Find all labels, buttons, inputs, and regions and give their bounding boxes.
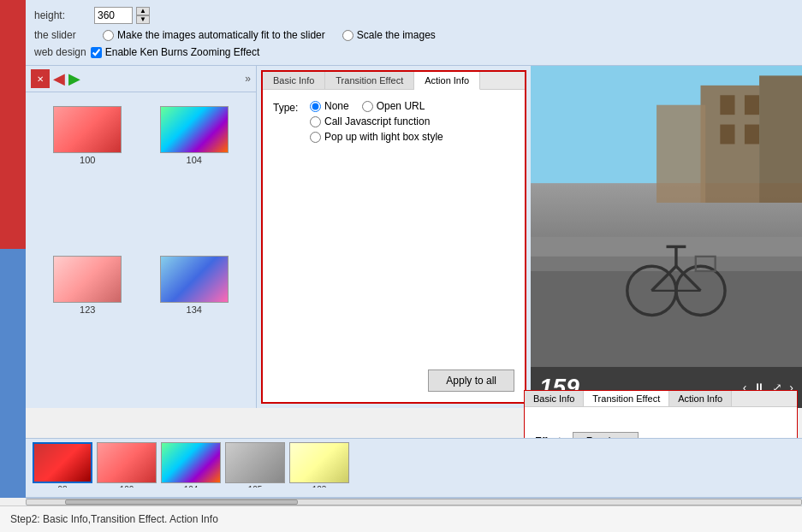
thumb-label-100: 100 — [80, 155, 95, 165]
status-text: Step2: Basic Info,Transition Effect. Act… — [10, 513, 218, 525]
strip-img-104 — [161, 442, 221, 483]
strip-thumb-123[interactable]: 123 — [289, 442, 349, 494]
preview-panel: 159 ‹ ⏸ ⤢ › — [531, 66, 802, 408]
apply-to-all-button[interactable]: Apply to all — [428, 369, 514, 392]
outer-container: height: ▲ ▼ the slider Make the images a… — [0, 0, 802, 532]
thumb-img-123 — [53, 256, 122, 303]
ken-burns-row: web design Enable Ken Burns Zooming Effe… — [34, 46, 793, 58]
thumbnail-grid: 100 104 123 134 — [26, 92, 256, 408]
fit-scale-row: the slider Make the images automatically… — [34, 29, 793, 41]
open-url-radio[interactable] — [362, 101, 373, 112]
thumb-img-100 — [53, 106, 122, 153]
bottom-tab-basic-info[interactable]: Basic Info — [525, 391, 584, 406]
none-radio[interactable] — [310, 101, 321, 112]
action-info-tab-content: Type: None Open URL — [263, 90, 525, 402]
bottom-tab-bar: Basic Info Transition Effect Action Info — [525, 391, 797, 407]
tab-bar: Basic Info Transition Effect Action Info — [263, 72, 525, 90]
svg-rect-7 — [759, 75, 802, 203]
bottom-tab-action-info[interactable]: Action Info — [669, 391, 732, 406]
strip-img-123 — [289, 442, 349, 483]
radio-row-1: None Open URL — [310, 100, 443, 112]
fit-label: the slider — [34, 29, 86, 41]
preview-svg — [531, 66, 802, 408]
thumb-cell-104[interactable]: 104 — [141, 101, 248, 251]
popup-option[interactable]: Pop up with light box style — [310, 131, 443, 143]
fit-radio-text: Make the images automatically fit to the… — [117, 29, 325, 41]
svg-rect-6 — [656, 105, 705, 203]
popup-radio[interactable] — [310, 132, 321, 143]
thumb-label-134: 134 — [187, 304, 202, 315]
ken-burns-checkbox[interactable] — [91, 47, 102, 58]
spin-up-btn[interactable]: ▲ — [136, 7, 150, 15]
height-input[interactable] — [94, 7, 133, 24]
scrollbar-thumb[interactable] — [65, 499, 298, 505]
action-info-panel: Basic Info Transition Effect Action Info… — [261, 70, 526, 404]
left-strip — [0, 0, 26, 498]
strip-img-100 — [97, 442, 157, 483]
double-arrow-icon[interactable]: » — [245, 73, 251, 85]
svg-rect-5 — [745, 125, 759, 145]
call-js-radio[interactable] — [310, 116, 321, 127]
none-label: None — [324, 100, 349, 112]
tab-action-info[interactable]: Action Info — [414, 72, 480, 90]
prev-arrow-icon[interactable]: ◀ — [53, 69, 65, 88]
spin-buttons: ▲ ▼ — [136, 7, 150, 24]
scrollbar-track[interactable] — [26, 499, 802, 505]
svg-rect-4 — [720, 125, 734, 145]
spin-down-btn[interactable]: ▼ — [136, 15, 150, 24]
type-row: Type: None Open URL — [273, 100, 514, 143]
web-design-label: web design — [34, 46, 86, 58]
svg-rect-2 — [720, 95, 734, 115]
status-bar: Step2: Basic Info,Transition Effect. Act… — [0, 505, 802, 532]
height-row: height: ▲ ▼ — [34, 7, 793, 24]
bottom-tab-transition-effect[interactable]: Transition Effect — [584, 391, 669, 406]
scale-radio-text: Scale the images — [357, 29, 436, 41]
thumb-cell-134[interactable]: 134 — [141, 251, 248, 400]
next-arrow-icon[interactable]: ▶ — [68, 69, 80, 88]
ken-burns-text: Enable Ken Burns Zooming Effect — [105, 46, 260, 58]
strip-img-98 — [33, 442, 92, 483]
apply-btn-container: Apply to all — [273, 361, 514, 392]
scrollbar-area — [26, 488, 802, 498]
toolbar: ✕ ◀ ▶ » — [26, 66, 256, 92]
thumb-cell-100[interactable]: 100 — [34, 101, 141, 251]
scale-radio-label[interactable]: Scale the images — [342, 29, 436, 41]
call-js-label: Call Javascript function — [324, 115, 430, 127]
main-area: ✕ ◀ ▶ » 100 104 123 — [26, 66, 802, 408]
delete-icon[interactable]: ✕ — [31, 69, 50, 88]
thumb-label-123: 123 — [80, 304, 95, 315]
fit-radio[interactable] — [103, 30, 114, 41]
ken-burns-label[interactable]: Enable Ken Burns Zooming Effect — [91, 46, 260, 58]
left-panel: ✕ ◀ ▶ » 100 104 123 — [26, 66, 257, 408]
strip-thumb-105[interactable]: 105 — [225, 442, 285, 494]
thumb-img-134 — [160, 256, 229, 303]
scale-radio[interactable] — [342, 30, 353, 41]
tab-transition-effect[interactable]: Transition Effect — [325, 72, 414, 89]
thumb-cell-123[interactable]: 123 — [34, 251, 141, 400]
call-js-option[interactable]: Call Javascript function — [310, 115, 443, 127]
none-option[interactable]: None — [310, 100, 349, 112]
strip-thumb-98[interactable]: 98 — [33, 442, 92, 494]
strip-thumb-100[interactable]: 100 — [97, 442, 157, 494]
open-url-option[interactable]: Open URL — [362, 100, 425, 112]
thumb-img-104 — [160, 106, 229, 153]
thumb-label-104: 104 — [187, 155, 202, 165]
fit-radio-label[interactable]: Make the images automatically fit to the… — [103, 29, 325, 41]
height-label: height: — [34, 9, 86, 21]
svg-rect-3 — [745, 95, 759, 115]
strip-thumb-104[interactable]: 104 — [161, 442, 221, 494]
tab-basic-info[interactable]: Basic Info — [263, 72, 325, 89]
height-control: ▲ ▼ — [94, 7, 150, 24]
radio-options: None Open URL Call Javascript function — [310, 100, 443, 143]
open-url-label: Open URL — [377, 100, 425, 112]
strip-img-105 — [225, 442, 285, 483]
type-label: Type: — [273, 100, 303, 114]
popup-label: Pop up with light box style — [324, 131, 443, 143]
top-panel: height: ▲ ▼ the slider Make the images a… — [26, 0, 802, 66]
